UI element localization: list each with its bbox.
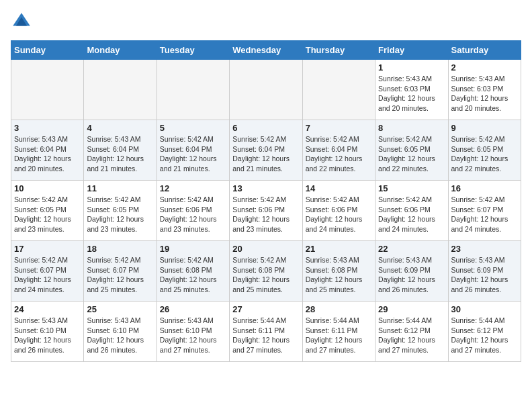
calendar-cell: 16Sunrise: 5:42 AM Sunset: 6:07 PM Dayli… [448, 181, 521, 241]
day-number: 5 [160, 123, 226, 133]
weekday-header: Tuesday [157, 41, 229, 60]
calendar-cell: 15Sunrise: 5:42 AM Sunset: 6:06 PM Dayli… [375, 181, 448, 241]
calendar-cell: 9Sunrise: 5:42 AM Sunset: 6:05 PM Daylig… [448, 120, 521, 181]
day-number: 23 [451, 244, 518, 254]
calendar-week-row: 3Sunrise: 5:43 AM Sunset: 6:04 PM Daylig… [11, 120, 521, 181]
day-info: Sunrise: 5:42 AM Sunset: 6:05 PM Dayligh… [87, 195, 153, 234]
day-number: 17 [14, 244, 81, 254]
calendar-cell: 11Sunrise: 5:42 AM Sunset: 6:05 PM Dayli… [84, 181, 157, 241]
day-info: Sunrise: 5:42 AM Sunset: 6:05 PM Dayligh… [451, 134, 518, 174]
calendar-cell: 2Sunrise: 5:43 AM Sunset: 6:03 PM Daylig… [448, 60, 521, 120]
calendar-cell: 29Sunrise: 5:44 AM Sunset: 6:12 PM Dayli… [375, 302, 448, 362]
day-info: Sunrise: 5:43 AM Sunset: 6:03 PM Dayligh… [378, 74, 445, 113]
calendar-cell: 1Sunrise: 5:43 AM Sunset: 6:03 PM Daylig… [375, 60, 448, 120]
day-info: Sunrise: 5:42 AM Sunset: 6:05 PM Dayligh… [14, 195, 81, 234]
day-info: Sunrise: 5:44 AM Sunset: 6:12 PM Dayligh… [378, 316, 445, 355]
day-number: 11 [87, 183, 153, 193]
day-info: Sunrise: 5:42 AM Sunset: 6:08 PM Dayligh… [160, 255, 226, 295]
calendar-cell: 27Sunrise: 5:44 AM Sunset: 6:11 PM Dayli… [230, 302, 302, 362]
day-number: 14 [306, 183, 372, 193]
calendar-cell: 25Sunrise: 5:43 AM Sunset: 6:10 PM Dayli… [84, 302, 157, 362]
day-info: Sunrise: 5:42 AM Sunset: 6:04 PM Dayligh… [160, 134, 226, 174]
day-info: Sunrise: 5:43 AM Sunset: 6:10 PM Dayligh… [14, 316, 81, 355]
calendar-cell: 28Sunrise: 5:44 AM Sunset: 6:11 PM Dayli… [302, 302, 375, 362]
calendar-cell [11, 60, 84, 120]
calendar-week-row: 24Sunrise: 5:43 AM Sunset: 6:10 PM Dayli… [11, 302, 521, 362]
day-info: Sunrise: 5:42 AM Sunset: 6:04 PM Dayligh… [232, 134, 299, 174]
day-number: 27 [232, 304, 299, 314]
day-number: 3 [14, 123, 81, 133]
day-info: Sunrise: 5:42 AM Sunset: 6:05 PM Dayligh… [378, 134, 445, 174]
calendar-cell: 21Sunrise: 5:43 AM Sunset: 6:08 PM Dayli… [302, 241, 375, 302]
day-info: Sunrise: 5:43 AM Sunset: 6:09 PM Dayligh… [451, 255, 518, 295]
page-header [11, 11, 521, 32]
day-info: Sunrise: 5:43 AM Sunset: 6:08 PM Dayligh… [306, 255, 372, 295]
day-number: 29 [378, 304, 445, 314]
day-number: 1 [378, 62, 445, 73]
calendar-cell: 10Sunrise: 5:42 AM Sunset: 6:05 PM Dayli… [11, 181, 84, 241]
day-info: Sunrise: 5:42 AM Sunset: 6:07 PM Dayligh… [14, 255, 81, 295]
day-number: 16 [451, 183, 518, 193]
day-number: 24 [14, 304, 81, 314]
calendar-cell [302, 60, 375, 120]
weekday-header: Sunday [11, 41, 84, 60]
calendar-cell: 6Sunrise: 5:42 AM Sunset: 6:04 PM Daylig… [230, 120, 302, 181]
calendar-cell: 22Sunrise: 5:43 AM Sunset: 6:09 PM Dayli… [375, 241, 448, 302]
calendar-cell: 4Sunrise: 5:43 AM Sunset: 6:04 PM Daylig… [84, 120, 157, 181]
calendar-cell: 5Sunrise: 5:42 AM Sunset: 6:04 PM Daylig… [157, 120, 229, 181]
calendar-table: SundayMondayTuesdayWednesdayThursdayFrid… [11, 40, 521, 362]
calendar-cell: 30Sunrise: 5:44 AM Sunset: 6:12 PM Dayli… [448, 302, 521, 362]
calendar-cell [230, 60, 302, 120]
day-info: Sunrise: 5:44 AM Sunset: 6:11 PM Dayligh… [306, 316, 372, 355]
day-info: Sunrise: 5:42 AM Sunset: 6:08 PM Dayligh… [232, 255, 299, 295]
day-info: Sunrise: 5:43 AM Sunset: 6:10 PM Dayligh… [160, 316, 226, 355]
day-number: 15 [378, 183, 445, 193]
logo [11, 11, 35, 32]
day-info: Sunrise: 5:44 AM Sunset: 6:12 PM Dayligh… [451, 316, 518, 355]
day-info: Sunrise: 5:42 AM Sunset: 6:07 PM Dayligh… [87, 255, 153, 295]
day-info: Sunrise: 5:44 AM Sunset: 6:11 PM Dayligh… [232, 316, 299, 355]
calendar-cell: 26Sunrise: 5:43 AM Sunset: 6:10 PM Dayli… [157, 302, 229, 362]
day-number: 7 [306, 123, 372, 133]
weekday-header: Monday [84, 41, 157, 60]
day-number: 13 [232, 183, 299, 193]
calendar-cell: 20Sunrise: 5:42 AM Sunset: 6:08 PM Dayli… [230, 241, 302, 302]
weekday-header: Saturday [448, 41, 521, 60]
calendar-cell: 3Sunrise: 5:43 AM Sunset: 6:04 PM Daylig… [11, 120, 84, 181]
day-info: Sunrise: 5:42 AM Sunset: 6:06 PM Dayligh… [306, 195, 372, 234]
calendar-cell: 12Sunrise: 5:42 AM Sunset: 6:06 PM Dayli… [157, 181, 229, 241]
day-number: 25 [87, 304, 153, 314]
day-number: 4 [87, 123, 153, 133]
day-number: 21 [306, 244, 372, 254]
day-number: 2 [451, 62, 518, 73]
day-number: 8 [378, 123, 445, 133]
calendar-week-row: 10Sunrise: 5:42 AM Sunset: 6:05 PM Dayli… [11, 181, 521, 241]
calendar-cell: 8Sunrise: 5:42 AM Sunset: 6:05 PM Daylig… [375, 120, 448, 181]
calendar-cell: 18Sunrise: 5:42 AM Sunset: 6:07 PM Dayli… [84, 241, 157, 302]
day-number: 12 [160, 183, 226, 193]
day-number: 22 [378, 244, 445, 254]
day-number: 10 [14, 183, 81, 193]
calendar-cell: 23Sunrise: 5:43 AM Sunset: 6:09 PM Dayli… [448, 241, 521, 302]
calendar-cell: 17Sunrise: 5:42 AM Sunset: 6:07 PM Dayli… [11, 241, 84, 302]
logo-icon [11, 11, 32, 32]
calendar-cell [84, 60, 157, 120]
day-info: Sunrise: 5:42 AM Sunset: 6:06 PM Dayligh… [232, 195, 299, 234]
calendar-cell: 24Sunrise: 5:43 AM Sunset: 6:10 PM Dayli… [11, 302, 84, 362]
calendar-cell: 13Sunrise: 5:42 AM Sunset: 6:06 PM Dayli… [230, 181, 302, 241]
day-number: 26 [160, 304, 226, 314]
day-info: Sunrise: 5:43 AM Sunset: 6:04 PM Dayligh… [87, 134, 153, 174]
calendar-cell [157, 60, 229, 120]
day-info: Sunrise: 5:43 AM Sunset: 6:09 PM Dayligh… [378, 255, 445, 295]
day-info: Sunrise: 5:42 AM Sunset: 6:06 PM Dayligh… [160, 195, 226, 234]
day-number: 19 [160, 244, 226, 254]
day-info: Sunrise: 5:42 AM Sunset: 6:06 PM Dayligh… [378, 195, 445, 234]
day-number: 28 [306, 304, 372, 314]
calendar-header-row: SundayMondayTuesdayWednesdayThursdayFrid… [11, 41, 521, 60]
day-number: 6 [232, 123, 299, 133]
weekday-header: Wednesday [230, 41, 302, 60]
day-info: Sunrise: 5:43 AM Sunset: 6:10 PM Dayligh… [87, 316, 153, 355]
calendar-week-row: 17Sunrise: 5:42 AM Sunset: 6:07 PM Dayli… [11, 241, 521, 302]
day-number: 18 [87, 244, 153, 254]
day-info: Sunrise: 5:43 AM Sunset: 6:03 PM Dayligh… [451, 74, 518, 113]
